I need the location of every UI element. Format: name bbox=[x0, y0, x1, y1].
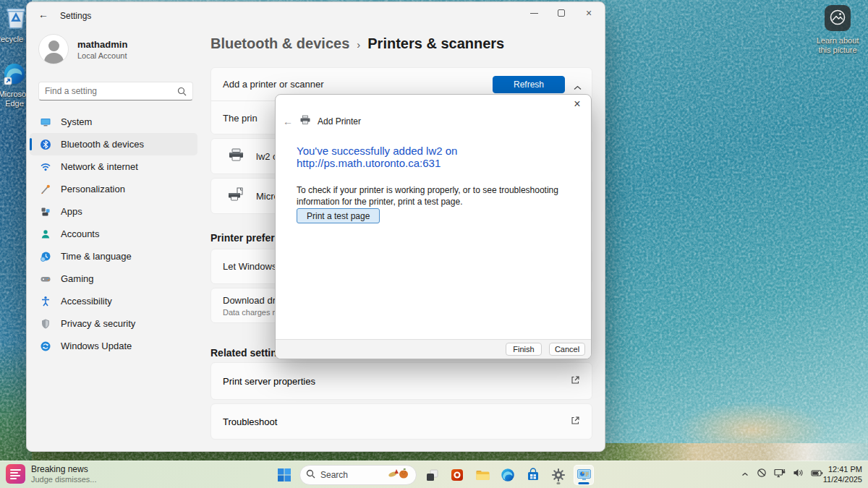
screen: Recycle Bin Microsoft Edge Learn about t… bbox=[0, 0, 868, 488]
edge-icon bbox=[501, 468, 515, 482]
file-explorer-icon bbox=[475, 468, 490, 481]
sidebar-item-time-language[interactable]: Time & language bbox=[30, 245, 197, 267]
add-printer-label: Add a printer or scanner bbox=[223, 79, 323, 90]
apps-icon bbox=[40, 206, 51, 218]
accessibility-icon bbox=[40, 296, 51, 307]
breadcrumb-parent[interactable]: Bluetooth & devices bbox=[210, 35, 349, 52]
windows-logo-icon bbox=[277, 468, 292, 482]
dialog-success-message: You've successfully added lw2 on http://… bbox=[297, 145, 576, 169]
settings-search[interactable] bbox=[38, 82, 193, 100]
do-not-disturb-icon[interactable] bbox=[757, 468, 767, 481]
bluetooth-icon bbox=[40, 139, 51, 150]
sidebar-item-system[interactable]: System bbox=[30, 111, 197, 133]
external-link-icon bbox=[571, 415, 580, 428]
avatar bbox=[38, 34, 69, 64]
taskbar-clock[interactable]: 12:41 PM 11/24/2025 bbox=[823, 464, 862, 484]
start-button[interactable] bbox=[274, 465, 294, 485]
clock-date: 11/24/2025 bbox=[823, 474, 862, 484]
refresh-button[interactable]: Refresh bbox=[493, 76, 565, 93]
edge-icon bbox=[3, 62, 26, 85]
microsoft-store-button[interactable] bbox=[523, 465, 543, 485]
sidebar-item-label: Network & internet bbox=[61, 161, 138, 172]
active-printer-wizard-button[interactable] bbox=[574, 465, 594, 485]
account-name: mathadmin bbox=[77, 39, 127, 50]
tray-chevron-up-icon[interactable] bbox=[741, 468, 749, 481]
taskbar: Breaking news Judge dismisses... Search bbox=[0, 461, 868, 488]
dialog-printer-icon bbox=[299, 115, 311, 128]
sidebar-item-privacy-security[interactable]: Privacy & security bbox=[30, 312, 197, 335]
add-printer-dialog: × ← Add Printer You've successfully adde… bbox=[275, 94, 592, 359]
breadcrumb-separator-icon: › bbox=[357, 38, 360, 51]
wifi-icon bbox=[40, 161, 51, 173]
battery-icon[interactable] bbox=[811, 468, 823, 481]
sidebar-item-gaming[interactable]: Gaming bbox=[30, 267, 197, 290]
system-icon bbox=[40, 116, 51, 128]
seasonal-autumn-icon bbox=[387, 467, 410, 483]
widget-headline: Breaking news bbox=[31, 464, 96, 474]
printer-icon bbox=[228, 147, 244, 165]
window-title: Settings bbox=[60, 11, 91, 21]
page-title: Printers & scanners bbox=[367, 35, 504, 52]
sidebar-item-label: Accounts bbox=[61, 228, 99, 239]
printer-pdf-icon bbox=[228, 187, 244, 205]
task-view-button[interactable] bbox=[422, 465, 442, 485]
sidebar-nav: System Bluetooth & devices Network & int… bbox=[30, 111, 197, 357]
volume-icon[interactable] bbox=[793, 468, 804, 481]
person-icon bbox=[40, 228, 51, 240]
picture-info-icon bbox=[824, 4, 851, 32]
store-icon bbox=[526, 468, 540, 482]
sidebar-item-label: Bluetooth & devices bbox=[61, 139, 144, 150]
edge-app-button[interactable] bbox=[498, 465, 518, 485]
sidebar-item-label: Personalization bbox=[61, 184, 125, 194]
chevron-up-icon[interactable] bbox=[574, 80, 582, 93]
paintbrush-icon bbox=[40, 184, 51, 195]
update-icon bbox=[40, 341, 51, 352]
cancel-button[interactable]: Cancel bbox=[549, 343, 585, 356]
dialog-close-icon[interactable]: × bbox=[571, 98, 584, 111]
search-label: Search bbox=[320, 470, 382, 480]
sidebar-item-bluetooth-devices[interactable]: Bluetooth & devices bbox=[30, 133, 197, 155]
network-icon[interactable] bbox=[774, 468, 786, 481]
sidebar-item-accounts[interactable]: Accounts bbox=[30, 223, 197, 245]
sidebar-item-label: System bbox=[61, 116, 92, 127]
external-link-icon bbox=[571, 374, 580, 388]
widget-subheadline: Judge dismisses... bbox=[31, 475, 96, 484]
clock-time: 12:41 PM bbox=[823, 464, 862, 474]
widgets-button[interactable]: Breaking news Judge dismisses... bbox=[6, 464, 96, 484]
troubleshoot-row[interactable]: Troubleshoot bbox=[210, 403, 592, 440]
sidebar-item-label: Privacy & security bbox=[61, 318, 135, 329]
row-label: Troubleshoot bbox=[223, 416, 277, 427]
sidebar-item-network-internet[interactable]: Network & internet bbox=[30, 155, 197, 178]
sidebar-item-accessibility[interactable]: Accessibility bbox=[30, 290, 197, 312]
gamepad-icon bbox=[40, 273, 51, 285]
account-card[interactable]: mathadmin Local Account bbox=[38, 34, 127, 64]
shield-icon bbox=[40, 318, 51, 330]
desktop-icon-learn-about-picture[interactable]: Learn about this picture bbox=[813, 4, 862, 55]
task-view-icon bbox=[425, 468, 439, 482]
search-icon bbox=[306, 468, 315, 481]
sidebar-item-windows-update[interactable]: Windows Update bbox=[30, 335, 197, 357]
file-explorer-button[interactable] bbox=[472, 465, 493, 485]
dialog-back-arrow-icon[interactable]: ← bbox=[283, 116, 293, 127]
dialog-title: Add Printer bbox=[318, 116, 361, 127]
running-indicator bbox=[557, 482, 561, 484]
dialog-body-text: To check if your printer is working prop… bbox=[297, 184, 577, 207]
back-arrow-icon[interactable]: ← bbox=[38, 9, 48, 20]
taskbar-search[interactable]: Search bbox=[299, 465, 417, 485]
row-label: Print server properties bbox=[223, 376, 315, 387]
account-type: Local Account bbox=[77, 51, 127, 60]
print-test-page-button[interactable]: Print a test page bbox=[297, 208, 380, 223]
sidebar-item-apps[interactable]: Apps bbox=[30, 200, 197, 223]
news-widget-icon bbox=[6, 464, 25, 484]
settings-app-button[interactable] bbox=[548, 465, 569, 485]
sidebar-item-personalization[interactable]: Personalization bbox=[30, 178, 197, 200]
search-input[interactable] bbox=[39, 86, 177, 96]
office-icon bbox=[450, 468, 464, 482]
print-server-properties-row[interactable]: Print server properties bbox=[210, 362, 592, 400]
sidebar-item-label: Accessibility bbox=[61, 296, 112, 307]
sidebar-item-label: Time & language bbox=[61, 251, 132, 262]
office-app-button[interactable] bbox=[447, 465, 467, 485]
dialog-footer: Finish Cancel bbox=[276, 339, 591, 359]
printer-wizard-icon bbox=[576, 468, 592, 481]
finish-button[interactable]: Finish bbox=[506, 343, 542, 356]
